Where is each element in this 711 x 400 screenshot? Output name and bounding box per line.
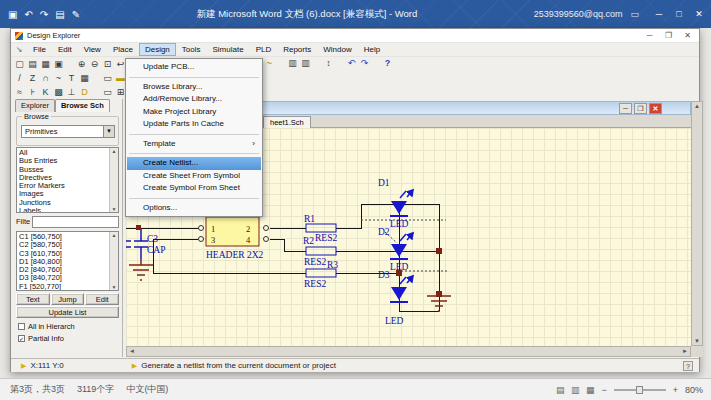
sheet-restore-button[interactable]: ❐ (634, 103, 647, 114)
word-close-button[interactable]: ✕ (689, 3, 709, 25)
ground-tool-icon[interactable]: ⊥ (65, 86, 78, 99)
sheet-entry-icon[interactable]: ▥ (299, 57, 312, 70)
menu-item-browse-library[interactable]: Browse Library... (127, 81, 261, 94)
tab-explorer[interactable]: Explorer (15, 99, 55, 112)
zoom-percentage[interactable]: 80% (685, 385, 703, 395)
menu-item-template[interactable]: Template › (127, 138, 261, 151)
led-diode[interactable] (390, 190, 413, 302)
part-type-res2[interactable]: RES2 (304, 257, 326, 267)
sheet-minimize-button[interactable]: ─ (619, 103, 632, 114)
partial-info-checkbox[interactable]: ✓ (18, 335, 25, 342)
scroll-down-icon[interactable]: ▼ (110, 206, 118, 212)
language-indicator[interactable]: 中文(中国) (126, 383, 168, 396)
part-type-res2[interactable]: RES2 (315, 233, 337, 243)
designator-d2[interactable]: D2 (378, 227, 390, 237)
designator-r1[interactable]: R1 (304, 214, 315, 224)
app-minimize-button[interactable]: ─ (640, 29, 659, 42)
menu-help[interactable]: Help (358, 43, 386, 56)
category-list-scrollbar[interactable]: ▲ ▼ (109, 148, 118, 212)
horizontal-scrollbar[interactable]: ◄ ► (126, 346, 691, 357)
designator-r2[interactable]: R2 (303, 236, 314, 246)
signal-wave-icon[interactable]: ~ (263, 57, 276, 70)
status-help-icon[interactable]: ? (683, 361, 693, 371)
undo-icon[interactable]: ↶ (24, 9, 32, 20)
zoom-slider[interactable] (614, 389, 666, 391)
redo-icon[interactable]: ↷ (358, 57, 371, 70)
sheet-close-button[interactable]: ✕ (649, 103, 662, 114)
print-icon[interactable]: ▣ (52, 58, 65, 71)
arc-tool-icon[interactable]: ∩ (39, 72, 52, 85)
word-maximize-button[interactable]: □ (669, 3, 689, 25)
menu-item-create-sheet-from-symbol[interactable]: Create Sheet From Symbol (127, 170, 261, 183)
scroll-left-icon[interactable]: ◄ (129, 348, 135, 354)
word-count[interactable]: 3119个字 (77, 383, 114, 396)
scroll-right-icon[interactable]: ► (682, 348, 688, 354)
menu-item-options[interactable]: Options... (127, 202, 261, 215)
grid-tool-icon[interactable]: ▦ (78, 72, 91, 85)
list-item[interactable]: Labels (19, 207, 116, 213)
menu-reports[interactable]: Reports (277, 43, 317, 56)
menu-design[interactable]: Design (139, 43, 176, 56)
designator-c3[interactable]: C3 (147, 234, 158, 244)
scroll-up-icon[interactable]: ▲ (110, 148, 118, 154)
filter-input[interactable] (32, 216, 119, 228)
all-in-hierarchy-checkbox[interactable] (18, 323, 25, 330)
menu-view[interactable]: View (78, 43, 107, 56)
menu-item-create-netlist[interactable]: Create Netlist... (127, 157, 261, 170)
chevron-down-icon[interactable]: ▼ (103, 126, 114, 137)
designator-d1[interactable]: D1 (378, 178, 390, 188)
part-type-led[interactable]: LED (385, 316, 404, 326)
text-button[interactable]: Text (16, 293, 50, 305)
page-indicator[interactable]: 第3页，共3页 (10, 383, 65, 396)
net-label-icon[interactable]: ⊦ (26, 86, 39, 99)
new-icon[interactable]: ▢ (13, 58, 26, 71)
undo-icon[interactable]: ↶ (345, 57, 358, 70)
zoom-slider-handle[interactable] (636, 386, 643, 394)
menu-file[interactable]: File (27, 43, 52, 56)
scroll-down-icon[interactable]: ▼ (110, 284, 118, 290)
redo-icon[interactable]: ↷ (40, 9, 48, 20)
jump-button[interactable]: Jump (51, 293, 85, 305)
curve-tool-icon[interactable]: ~ (52, 72, 65, 85)
sort-icon[interactable]: ↕ (322, 57, 335, 70)
wavy-wire-icon[interactable]: ≈ (13, 86, 26, 99)
app-close-button[interactable]: ✕ (678, 29, 697, 42)
word-minimize-button[interactable]: ─ (649, 3, 669, 25)
menu-edit[interactable]: Edit (52, 43, 78, 56)
list-item[interactable]: F1 [520,770] (19, 283, 116, 291)
menu-pld[interactable]: PLD (250, 43, 278, 56)
wire-tool-icon[interactable]: / (13, 72, 26, 85)
image-tool-icon[interactable]: ▩ (52, 86, 65, 99)
menu-item-create-symbol-from-sheet[interactable]: Create Symbol From Sheet (127, 182, 261, 195)
bus-tool-icon[interactable]: Z (26, 72, 39, 85)
menu-item-update-pcb[interactable]: Update PCB... (127, 61, 261, 74)
part-tool-icon[interactable]: ▭ (101, 86, 114, 99)
sheet-symbol-icon[interactable]: ▥ (286, 57, 299, 70)
zoom-all-icon[interactable]: ⊡ (101, 58, 114, 71)
designator-d3[interactable]: D3 (378, 270, 390, 280)
menu-launcher-icon[interactable]: ↘ (11, 45, 27, 54)
zoom-in-icon[interactable]: ⊕ (75, 58, 88, 71)
menu-item-make-project-library[interactable]: Make Project Library (127, 106, 261, 119)
ground-symbol[interactable] (129, 259, 153, 280)
rect-tool-icon[interactable]: ▭ (101, 72, 114, 85)
text-tool-icon[interactable]: T (65, 72, 78, 85)
web-layout-icon[interactable]: ▦ (586, 385, 595, 395)
update-list-button[interactable]: Update List (16, 306, 119, 318)
scroll-up-icon[interactable]: ▲ (692, 103, 702, 109)
zoom-out-button[interactable]: − (601, 385, 606, 395)
menu-place[interactable]: Place (107, 43, 139, 56)
open-icon[interactable]: ▤ (26, 58, 39, 71)
ribbon-display-options-icon[interactable]: ▭ (630, 9, 639, 19)
probe-tool-icon[interactable]: K (39, 86, 52, 99)
menu-tools[interactable]: Tools (176, 43, 207, 56)
part-type-led[interactable]: LED (390, 219, 409, 229)
category-list[interactable]: All Bus Entries Busses Directives Error … (16, 147, 119, 213)
primitives-dropdown[interactable]: Primitives ▼ (21, 125, 115, 138)
save-icon[interactable]: ▦ (39, 58, 52, 71)
vertical-scrollbar[interactable]: ▲ ▼ (691, 101, 703, 346)
app-maximize-button[interactable]: ❐ (659, 29, 678, 42)
scroll-down-icon[interactable]: ▼ (692, 338, 702, 344)
power-port-icon[interactable]: D (78, 86, 91, 99)
pen-icon[interactable]: ✎ (72, 9, 80, 20)
